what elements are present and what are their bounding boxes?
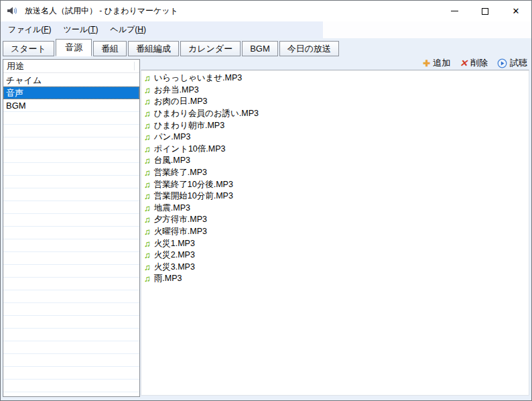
file-name: 営業開始10分前.MP3 bbox=[154, 190, 233, 202]
title-bar: 放送名人（試用中） - ひまわりマーケット ✕ bbox=[1, 1, 531, 21]
tab-bgm[interactable]: BGM bbox=[242, 41, 278, 56]
plus-icon: ✚ bbox=[423, 59, 430, 68]
tab-bar: スタート 音源 番組 番組編成 カレンダー BGM 今日の放送 bbox=[1, 38, 531, 56]
music-note-icon: ♫ bbox=[144, 215, 151, 224]
music-note-icon: ♫ bbox=[144, 86, 151, 95]
tab-bangumi[interactable]: 番組 bbox=[93, 41, 127, 56]
file-name: ポイント10倍.MP3 bbox=[154, 144, 226, 155]
file-item[interactable]: ♫ 火災3.MP3 bbox=[141, 262, 529, 274]
tab-kyou-no-housou[interactable]: 今日の放送 bbox=[279, 41, 339, 56]
file-item[interactable]: ♫ 台風.MP3 bbox=[141, 155, 529, 167]
add-button-label: 追加 bbox=[433, 57, 450, 69]
tab-label: スタート bbox=[11, 43, 46, 55]
usage-item-chime[interactable]: チャイム bbox=[3, 74, 139, 87]
file-item[interactable]: ♫ 火曜得市.MP3 bbox=[141, 226, 529, 238]
close-icon: ✕ bbox=[513, 7, 520, 15]
music-note-icon: ♫ bbox=[144, 121, 151, 130]
minimize-icon bbox=[451, 11, 458, 11]
maximize-button[interactable] bbox=[470, 1, 501, 21]
app-window: 放送名人（試用中） - ひまわりマーケット ✕ ファイル(F) ツール(T) ヘ… bbox=[0, 0, 532, 401]
file-name: 営業終了.MP3 bbox=[154, 167, 207, 178]
file-item[interactable]: ♫ 地震.MP3 bbox=[141, 203, 529, 215]
file-item[interactable]: ♫ 夕方得市.MP3 bbox=[141, 214, 529, 226]
file-item[interactable]: ♫ お肉の日.MP3 bbox=[141, 96, 529, 108]
file-item[interactable]: ♫ 営業終了10分後.MP3 bbox=[141, 178, 529, 190]
music-note-icon: ♫ bbox=[144, 109, 151, 118]
file-name: お弁当.MP3 bbox=[154, 84, 199, 96]
file-item[interactable]: ♫ いらっしゃいませ.MP3 bbox=[141, 72, 529, 84]
file-item[interactable]: ♫ 火災2.MP3 bbox=[141, 249, 529, 262]
usage-list-panel: 用途 チャイム 音声 BGM bbox=[3, 59, 140, 397]
music-note-icon: ♫ bbox=[144, 74, 151, 82]
tab-label: 番組編成 bbox=[136, 43, 171, 55]
file-name: 火災3.MP3 bbox=[154, 262, 195, 273]
tab-label: カレンダー bbox=[188, 43, 232, 55]
music-note-icon: ♫ bbox=[144, 168, 151, 177]
tab-start[interactable]: スタート bbox=[3, 41, 54, 56]
music-note-icon: ♫ bbox=[144, 192, 151, 200]
music-note-icon: ♫ bbox=[144, 239, 151, 248]
audio-file-list: ♫ いらっしゃいませ.MP3 ♫ お弁当.MP3 ♫ お肉の日.MP3 ♫ ひま… bbox=[141, 70, 529, 396]
file-name: 営業終了10分後.MP3 bbox=[154, 179, 233, 190]
file-item[interactable]: ♫ 雨.MP3 bbox=[141, 273, 529, 285]
delete-button[interactable]: ✕ 削除 bbox=[460, 57, 488, 69]
play-circle-icon bbox=[497, 58, 507, 68]
tab-ongen[interactable]: 音源 bbox=[56, 39, 92, 56]
minimize-button[interactable] bbox=[439, 1, 470, 21]
file-name: いらっしゃいませ.MP3 bbox=[154, 72, 243, 84]
usage-item-bgm[interactable]: BGM bbox=[3, 99, 139, 112]
music-note-icon: ♫ bbox=[144, 97, 151, 106]
file-name: 火災2.MP3 bbox=[154, 249, 195, 261]
file-item[interactable]: ♫ パン.MP3 bbox=[141, 131, 529, 144]
tab-label: 音源 bbox=[65, 42, 82, 54]
music-note-icon: ♫ bbox=[144, 180, 151, 189]
preview-button[interactable]: 試聴 bbox=[497, 57, 527, 69]
preview-button-label: 試聴 bbox=[510, 57, 527, 69]
file-item[interactable]: ♫ 火災1.MP3 bbox=[141, 237, 529, 249]
usage-item-voice[interactable]: 音声 bbox=[3, 87, 139, 99]
menu-item-file[interactable]: ファイル(F) bbox=[2, 23, 57, 37]
music-note-icon: ♫ bbox=[144, 145, 151, 154]
menu-bar: ファイル(F) ツール(T) ヘルプ(H) bbox=[1, 21, 531, 38]
file-item[interactable]: ♫ 営業開始10分前.MP3 bbox=[141, 190, 529, 203]
file-item[interactable]: ♫ ポイント10倍.MP3 bbox=[141, 144, 529, 156]
add-button[interactable]: ✚ 追加 bbox=[423, 57, 450, 69]
file-name: 火災1.MP3 bbox=[154, 238, 195, 249]
maximize-icon bbox=[482, 8, 488, 15]
window-controls: ✕ bbox=[439, 1, 531, 21]
music-note-icon: ♫ bbox=[144, 227, 151, 236]
file-name: 台風.MP3 bbox=[154, 155, 190, 166]
file-name: お肉の日.MP3 bbox=[154, 96, 208, 107]
close-button[interactable]: ✕ bbox=[501, 1, 531, 21]
tab-label: 今日の放送 bbox=[287, 43, 331, 55]
tab-calendar[interactable]: カレンダー bbox=[180, 41, 241, 56]
usage-item-label: チャイム bbox=[6, 75, 42, 85]
file-item[interactable]: ♫ ひまわり朝市.MP3 bbox=[141, 119, 529, 131]
file-name: 火曜得市.MP3 bbox=[154, 226, 207, 237]
file-toolbar: ✚ 追加 ✕ 削除 試聴 bbox=[423, 56, 527, 70]
file-name: 地震.MP3 bbox=[154, 203, 190, 214]
usage-item-label: 音声 bbox=[6, 88, 23, 98]
tab-label: BGM bbox=[250, 44, 270, 54]
tab-label: 番組 bbox=[101, 43, 119, 55]
menu-strip: ファイル(F) ツール(T) ヘルプ(H) bbox=[1, 21, 323, 38]
file-item[interactable]: ♫ 営業終了.MP3 bbox=[141, 167, 529, 179]
file-item[interactable]: ♫ お弁当.MP3 bbox=[141, 84, 529, 97]
music-note-icon: ♫ bbox=[144, 251, 151, 260]
window-title: 放送名人（試用中） - ひまわりマーケット bbox=[25, 5, 178, 17]
file-item[interactable]: ♫ ひまわり会員のお誘い.MP3 bbox=[141, 108, 529, 120]
usage-item-label: BGM bbox=[6, 101, 26, 111]
menu-item-tool[interactable]: ツール(T) bbox=[57, 23, 104, 37]
usage-column-header: 用途 bbox=[3, 60, 139, 73]
music-note-icon: ♫ bbox=[144, 133, 151, 141]
tab-bangumi-hensei[interactable]: 番組編成 bbox=[128, 41, 179, 56]
file-name: 雨.MP3 bbox=[154, 273, 182, 284]
main-content: 用途 チャイム 音声 BGM ✚ bbox=[1, 56, 531, 400]
music-note-icon: ♫ bbox=[144, 204, 151, 213]
music-note-icon: ♫ bbox=[144, 156, 151, 165]
file-name: パン.MP3 bbox=[154, 131, 191, 143]
usage-list: チャイム 音声 BGM bbox=[3, 74, 139, 396]
file-name: 夕方得市.MP3 bbox=[154, 214, 207, 225]
music-note-icon: ♫ bbox=[144, 263, 151, 272]
menu-item-help[interactable]: ヘルプ(H) bbox=[104, 23, 152, 37]
